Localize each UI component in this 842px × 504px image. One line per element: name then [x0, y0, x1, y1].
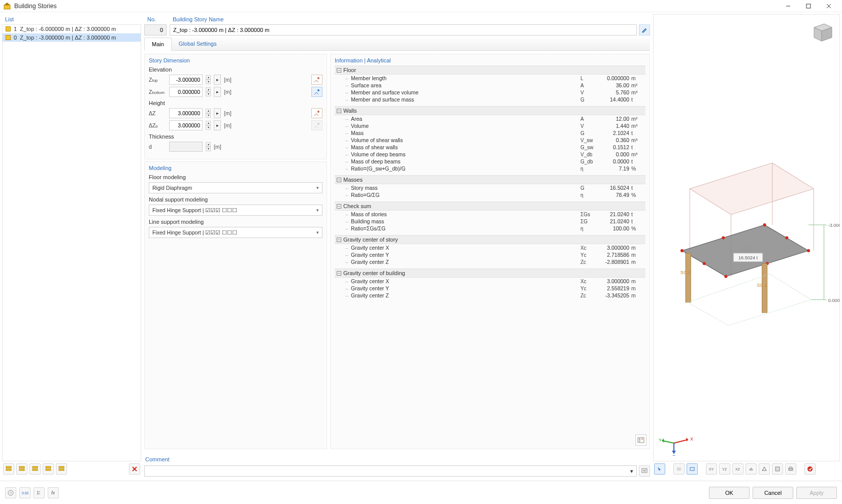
view-tool-ok[interactable]	[804, 463, 816, 475]
list-tool-4[interactable]	[43, 463, 54, 475]
view-tool-print[interactable]	[785, 463, 796, 475]
minimize-button[interactable]	[778, 0, 798, 12]
info-group-header[interactable]: −Walls	[335, 106, 645, 115]
no-label: No.	[144, 14, 167, 24]
view-tool-show[interactable]	[687, 463, 698, 475]
view-tool-iso[interactable]	[746, 463, 757, 475]
list-tool-1[interactable]	[3, 463, 14, 475]
spin-down[interactable]: ▾	[206, 113, 211, 118]
tab-global-settings[interactable]: Global Settings	[172, 38, 224, 50]
view-tool-xy[interactable]: XY	[706, 463, 717, 475]
svg-text:?: ?	[10, 491, 12, 495]
view-tool-xz[interactable]: XZ	[732, 463, 743, 475]
help-button[interactable]: ?	[5, 487, 16, 498]
svg-rect-74	[790, 467, 792, 468]
view-tool-select[interactable]	[654, 463, 665, 475]
tree-button[interactable]	[34, 487, 45, 498]
spin-down[interactable]: ▾	[206, 125, 211, 130]
elevation-label: Elevation	[149, 66, 322, 73]
line-support-label: Line support modeling	[149, 219, 322, 225]
info-export-button[interactable]	[635, 434, 646, 446]
pick-ztop-button[interactable]	[311, 75, 322, 85]
list-tool-3[interactable]	[29, 463, 41, 475]
cancel-button[interactable]: Cancel	[753, 487, 793, 499]
line-support-value: Fixed Hinge Support | ☑☑☑ ☐☐☐	[152, 229, 237, 236]
info-group-header[interactable]: −Gravity center of story	[335, 235, 645, 244]
info-row: –Gravity center ZZc-3.345205m	[335, 292, 645, 299]
view-tool-grid[interactable]	[673, 463, 685, 475]
story-list[interactable]: 1 Z_top : -6.000000 m | ΔZ : 3.000000 m …	[2, 24, 141, 461]
unit-toggle[interactable]: ▸	[214, 108, 221, 118]
view-cube[interactable]	[809, 20, 834, 45]
comment-tool-button[interactable]	[639, 465, 650, 477]
floor-modeling-select[interactable]: Rigid Diaphragm▾	[149, 182, 322, 193]
comment-input[interactable]: ▾	[144, 465, 637, 477]
info-title: Information | Analytical	[335, 57, 645, 63]
unit-toggle[interactable]: ▸	[214, 75, 221, 85]
list-item-index: 1	[14, 26, 17, 32]
svg-text:X: X	[690, 436, 693, 442]
list-item[interactable]: 0 Z_top : -3.000000 m | ΔZ : 3.000000 m	[3, 33, 141, 42]
svg-marker-71	[762, 467, 766, 471]
svg-text:0.00: 0.00	[22, 491, 28, 495]
nodal-support-select[interactable]: Fixed Hinge Support | ☑☑☑ ☐☐☐▾	[149, 205, 322, 216]
svg-text:fx: fx	[51, 490, 55, 495]
apply-button[interactable]: Apply	[796, 487, 837, 499]
info-group-header[interactable]: −Gravity center of building	[335, 268, 645, 278]
line-support-select[interactable]: Fixed Hinge Support | ☑☑☑ ☐☐☐▾	[149, 227, 322, 238]
unit-label: [m]	[224, 89, 232, 95]
dz-input[interactable]	[169, 108, 203, 118]
spin-up[interactable]: ▴	[206, 121, 211, 125]
unit-toggle[interactable]: ▸	[214, 120, 221, 130]
dz0-input[interactable]	[169, 120, 203, 130]
maximize-button[interactable]	[798, 0, 819, 12]
list-item-text: Z_top : -6.000000 m | ΔZ : 3.000000 m	[20, 26, 116, 32]
unit-toggle[interactable]: ▸	[214, 87, 221, 97]
delete-button[interactable]	[129, 463, 140, 475]
view-tool-yz[interactable]: YZ	[719, 463, 730, 475]
tab-main[interactable]: Main	[144, 38, 172, 51]
elev-bottom-label: 0.000000 m	[828, 298, 839, 303]
pick-zbottom-button[interactable]	[311, 87, 322, 97]
list-item[interactable]: 1 Z_top : -6.000000 m | ΔZ : 3.000000 m	[3, 25, 141, 33]
close-button[interactable]	[819, 0, 839, 12]
viewport-3d[interactable]: 16.5024 t SC 1 SC 1 -3.000000 m 0.000000…	[653, 14, 840, 461]
list-tool-2[interactable]	[16, 463, 27, 475]
list-label: List	[2, 14, 141, 24]
info-row: –Volume of shear wallsV_sw0.360m³	[335, 137, 645, 144]
pick-dz0-button	[311, 120, 322, 130]
ztop-label: Ztop	[149, 77, 166, 83]
info-row: –MassG2.1024t	[335, 129, 645, 137]
svg-rect-0	[4, 5, 10, 9]
svg-rect-8	[19, 466, 24, 468]
ztop-input[interactable]	[169, 75, 203, 85]
info-group-header[interactable]: −Check sum	[335, 201, 645, 211]
info-group-header[interactable]: −Masses	[335, 175, 645, 184]
spin-up[interactable]: ▴	[206, 75, 211, 80]
sc-label-2: SC 1	[757, 283, 767, 288]
info-group-header[interactable]: −Floor	[335, 65, 645, 75]
view-tool-render[interactable]	[772, 463, 783, 475]
ok-button[interactable]: OK	[709, 487, 750, 499]
view-tool-persp[interactable]	[759, 463, 770, 475]
svg-marker-58	[662, 439, 664, 443]
floor-modeling-value: Rigid Diaphragm	[152, 185, 192, 191]
spin-up[interactable]: ▴	[206, 87, 211, 92]
list-tool-5[interactable]	[56, 463, 67, 475]
pick-dz-button[interactable]	[311, 108, 322, 118]
edit-name-button[interactable]	[639, 24, 650, 36]
units-button[interactable]: 0.00	[19, 487, 30, 498]
svg-point-41	[724, 275, 727, 278]
spin-up[interactable]: ▴	[206, 109, 211, 113]
info-row: –Gravity center XXc3.000000m	[335, 278, 645, 285]
spin-down[interactable]: ▾	[206, 92, 211, 96]
zbottom-input[interactable]	[169, 87, 203, 97]
no-input[interactable]	[144, 24, 167, 36]
script-button[interactable]: fx	[48, 487, 59, 498]
nodal-support-label: Nodal support modeling	[149, 196, 322, 203]
svg-rect-48	[686, 253, 691, 303]
spin-down[interactable]: ▾	[206, 80, 211, 84]
info-row: –Ratio=ΣGs/ΣGη100.00%	[335, 225, 645, 232]
name-label: Building Story Name	[170, 14, 650, 24]
story-name-input[interactable]	[170, 24, 637, 36]
